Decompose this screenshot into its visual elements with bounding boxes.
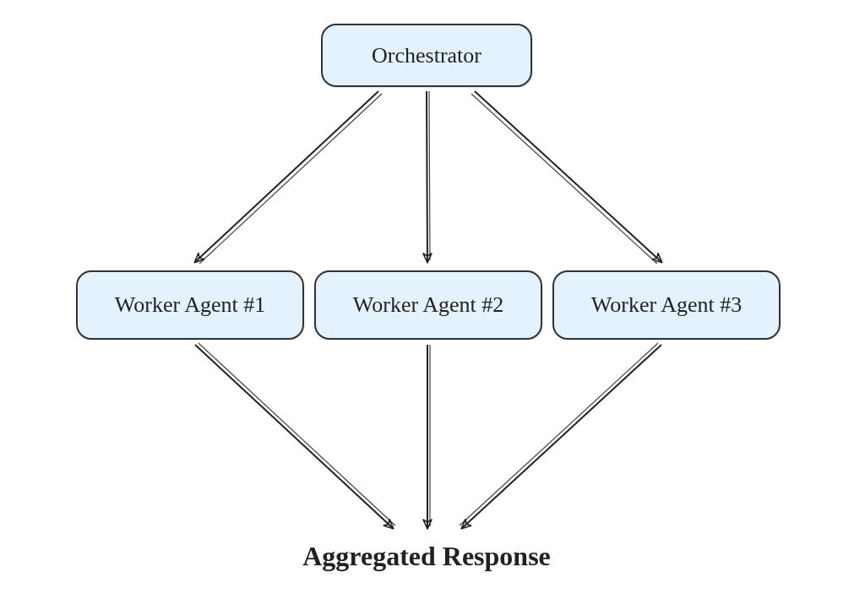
worker-node-2: Worker Agent #2 <box>314 270 542 340</box>
svg-line-5 <box>471 94 657 264</box>
svg-line-11 <box>460 343 658 526</box>
svg-line-6 <box>195 345 393 528</box>
worker-node-1: Worker Agent #1 <box>76 270 304 340</box>
svg-line-2 <box>427 91 427 262</box>
worker-1-label: Worker Agent #1 <box>115 292 265 318</box>
output-text: Aggregated Response <box>302 541 551 571</box>
svg-line-3 <box>429 91 430 260</box>
svg-line-0 <box>195 91 378 262</box>
worker-2-label: Worker Agent #2 <box>353 292 503 318</box>
architecture-diagram: Orchestrator Worker Agent #1 Worker Agen… <box>0 0 854 616</box>
worker-node-3: Worker Agent #3 <box>552 270 781 340</box>
aggregated-response-label: Aggregated Response <box>228 541 625 572</box>
svg-line-7 <box>199 343 395 526</box>
orchestrator-label: Orchestrator <box>372 43 481 68</box>
orchestrator-node: Orchestrator <box>321 24 532 87</box>
svg-line-10 <box>462 345 661 528</box>
worker-3-label: Worker Agent #3 <box>591 292 742 318</box>
svg-line-4 <box>475 91 661 262</box>
svg-line-1 <box>199 94 382 264</box>
